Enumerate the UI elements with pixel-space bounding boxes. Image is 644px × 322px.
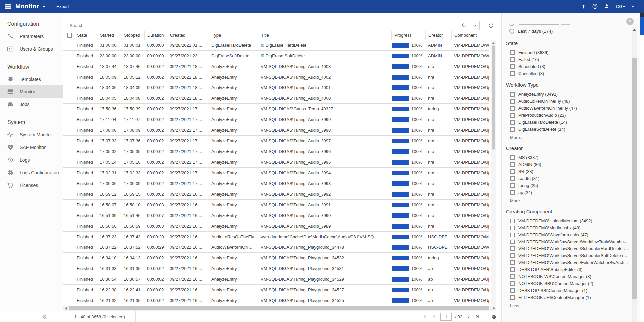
table-row[interactable]: Finished 18:04:05 18:04:08 00:00:02 09/2… [63, 93, 489, 104]
column-header-duration[interactable]: Duration [144, 31, 167, 40]
scroll-up-arrow-icon[interactable] [492, 42, 495, 44]
previous-page-icon[interactable] [432, 314, 437, 319]
column-header-state[interactable]: State [74, 31, 97, 40]
table-row[interactable]: Finished 16:58:07 16:58:10 00:00:03 09/2… [63, 200, 489, 210]
filter-panel-scrollbar[interactable] [632, 27, 637, 322]
table-row[interactable]: Finished 16:50:56 16:50:59 00:00:03 09/2… [63, 221, 489, 232]
filter-checkbox-item[interactable]: Cancelled (3) [504, 70, 628, 77]
table-row[interactable]: Finished 17:05:14 17:05:16 00:00:02 09/2… [63, 157, 489, 168]
table-row[interactable]: Finished 16:34:10 16:34:13 00:00:02 09/2… [63, 253, 489, 263]
filter-checkbox-item[interactable]: Failed (16) [504, 56, 628, 63]
filter-checkbox-item[interactable]: ap (24) [504, 189, 628, 196]
sidebar-item-logs-configuration[interactable]: Logs Configuration [0, 166, 63, 179]
filter-scrollbar-thumb[interactable] [632, 58, 637, 299]
filter-checkbox-item[interactable]: ELITEBOOK-JHI\ContentManager (1) [504, 294, 628, 301]
arrow-up-icon[interactable] [581, 4, 586, 9]
collapse-sidebar-icon[interactable] [41, 313, 48, 320]
filter-checkbox-item[interactable]: DESKTOP-AER\SubclipEditor (3) [504, 266, 628, 273]
table-row[interactable]: Finished 16:21:32 16:21:35 00:00:02 09/2… [63, 295, 489, 306]
user-icon[interactable] [604, 3, 610, 9]
column-header-created[interactable]: Created [167, 31, 209, 40]
scroll-left-arrow-icon[interactable] [65, 307, 67, 310]
filter-checkbox-item[interactable]: DigEraseSoftDelete (14) [504, 126, 628, 133]
filter-checkbox-item[interactable]: NOTEBOOK-SBU\ContentManager (2) [504, 280, 628, 287]
filter-checkbox-item[interactable]: NOTEBOOK-WS\ContentManager (3) [504, 273, 628, 280]
sidebar-item-system-monitor[interactable]: System Monitor [0, 128, 63, 141]
filter-more-less-link[interactable]: More... [510, 135, 628, 140]
next-page-icon[interactable] [466, 314, 471, 319]
table-row[interactable]: Finished 18:04:06 18:04:09 00:00:02 09/2… [63, 82, 489, 93]
sidebar-item-saf-monitor[interactable]: SAF Monitor [0, 141, 63, 154]
user-menu-chevron-down-icon[interactable] [631, 4, 635, 9]
filter-checkbox-item[interactable]: AudioWaveformOnTheFly (47) [504, 105, 628, 112]
search-options-chevron-down-icon[interactable] [470, 21, 479, 30]
sidebar-item-licenses[interactable]: Licenses [0, 179, 63, 192]
sidebar-item-parameters[interactable]: Parameters [0, 30, 63, 43]
filter-checkbox-item[interactable]: ADMIN (86) [504, 161, 628, 168]
filter-checkbox-item[interactable]: DigEraseHardDelete (14) [504, 119, 628, 126]
sidebar-item-users-groups[interactable]: Users & Groups [0, 43, 63, 55]
filter-checkbox-item[interactable]: VM-DPEDEMO\WorkflowServer\FolderWatcherS… [504, 259, 628, 266]
table-row[interactable]: Finished 17:02:31 17:02:33 00:00:02 09/2… [63, 168, 489, 178]
table-row[interactable]: Finished 16:37:23 16:37:43 00:00:20 09/2… [63, 232, 489, 242]
column-header-stopped[interactable]: Stopped [121, 31, 144, 40]
last-page-icon[interactable] [474, 314, 480, 319]
vertical-scrollbar-thumb[interactable] [492, 45, 495, 150]
filter-checkbox-item[interactable]: MS (3387) [504, 154, 628, 161]
table-row[interactable]: Finished 17:11:04 17:11:07 00:00:02 09/2… [63, 114, 489, 125]
table-row[interactable]: Finished 16:22:38 16:22:41 00:00:02 09/2… [63, 285, 489, 295]
table-row[interactable]: Finished 16:30:54 16:30:57 00:00:02 09/2… [63, 274, 489, 285]
filter-more-less-link[interactable]: Less... [510, 303, 628, 308]
table-settings-gear-icon[interactable] [486, 314, 501, 320]
filter-checkbox-item[interactable]: AnalyzeEntry (3492) [504, 91, 628, 98]
page-scrollbar-thumb[interactable] [640, 17, 644, 35]
filter-checkbox-item[interactable]: DESKTOP-SSI\ContentManager (1) [504, 287, 628, 294]
sidebar-item-templates[interactable]: Templates [0, 73, 63, 85]
table-row[interactable]: Finished 17:08:06 17:08:09 00:00:02 09/2… [63, 125, 489, 136]
search-input[interactable] [67, 23, 458, 28]
column-header-started[interactable]: Started [97, 31, 121, 40]
table-row[interactable]: Finished 17:05:32 17:05:35 00:00:02 09/2… [63, 146, 489, 157]
first-page-icon[interactable] [423, 314, 428, 319]
column-header-component[interactable]: Component [451, 31, 489, 40]
filter-checkbox-item[interactable]: VM-DPEDEMO\Media.ashx (48) [504, 224, 628, 231]
scroll-up-arrow-icon[interactable] [633, 29, 636, 31]
sidebar-item-monitor[interactable]: Monitor [0, 85, 63, 98]
table-row[interactable]: Finished 23:00:00 23:00:00 00:00:00 09/2… [63, 51, 489, 61]
user-label[interactable]: CGE [616, 4, 625, 9]
page-number-input[interactable] [440, 313, 452, 321]
table-row[interactable]: Finished 16:51:39 16:51:46 00:00:07 09/2… [63, 210, 489, 221]
table-row[interactable]: Finished 16:59:12 16:59:15 00:00:02 09/2… [63, 189, 489, 200]
column-header-progress[interactable]: Progress [391, 31, 425, 40]
table-row[interactable]: Finished 18:05:09 18:05:12 00:00:02 09/2… [63, 72, 489, 82]
table-row[interactable]: Finished 16:31:33 16:31:35 00:00:02 09/2… [63, 263, 489, 274]
filter-radio-last-7-days[interactable]: Last 7 days (174) [504, 27, 628, 35]
sidebar-item-jobs[interactable]: Jobs [0, 98, 63, 111]
filter-more-less-link[interactable]: More... [510, 198, 628, 203]
filter-checkbox-item[interactable]: AudioLoResOnTheFly (48) [504, 98, 628, 105]
refresh-icon[interactable] [487, 22, 495, 30]
column-header-creator[interactable]: Creator [425, 31, 451, 40]
menu-export[interactable]: Export [56, 4, 69, 9]
select-all-checkbox[interactable] [67, 33, 72, 38]
search-icon[interactable] [458, 21, 470, 30]
app-menu-chevron-down-icon[interactable] [42, 4, 46, 9]
filter-checkbox-item[interactable]: Scheduled (3) [504, 63, 628, 70]
table-row[interactable]: Finished 16:37:22 16:37:52 00:00:29 09/2… [63, 242, 489, 253]
sidebar-item-logs[interactable]: Logs [0, 154, 63, 166]
filter-checkbox-item[interactable]: PreProductionAudio (23) [504, 112, 628, 119]
filter-checkbox-item[interactable]: VM-DPEDEMO\WorkflowServer\WorkflowTableW… [504, 238, 628, 245]
help-icon[interactable]: ? [592, 3, 598, 9]
column-header-title[interactable]: Title [258, 31, 391, 40]
filter-checkbox-item[interactable]: VM-DPEDEMO\Waveform.ashx (47) [504, 231, 628, 238]
column-header-type[interactable]: Type [209, 31, 258, 40]
filter-checkbox-item[interactable]: Finished (3636) [504, 49, 628, 56]
table-row[interactable]: Finished 17:07:33 17:07:36 00:00:02 09/2… [63, 136, 489, 146]
scroll-right-arrow-icon[interactable] [493, 307, 495, 310]
table-row[interactable]: Finished 18:07:44 18:07:46 00:00:02 09/2… [63, 61, 489, 72]
table-row[interactable]: Finished 01:00:00 01:00:01 00:00:00 09/2… [63, 40, 489, 51]
filter-checkbox-item[interactable]: roadtu (31) [504, 175, 628, 182]
filter-checkbox-item[interactable]: SR (38) [504, 168, 628, 175]
table-horizontal-scrollbar[interactable] [63, 306, 496, 311]
table-row[interactable]: Finished 17:58:36 17:58:39 00:00:02 09/2… [63, 104, 489, 114]
